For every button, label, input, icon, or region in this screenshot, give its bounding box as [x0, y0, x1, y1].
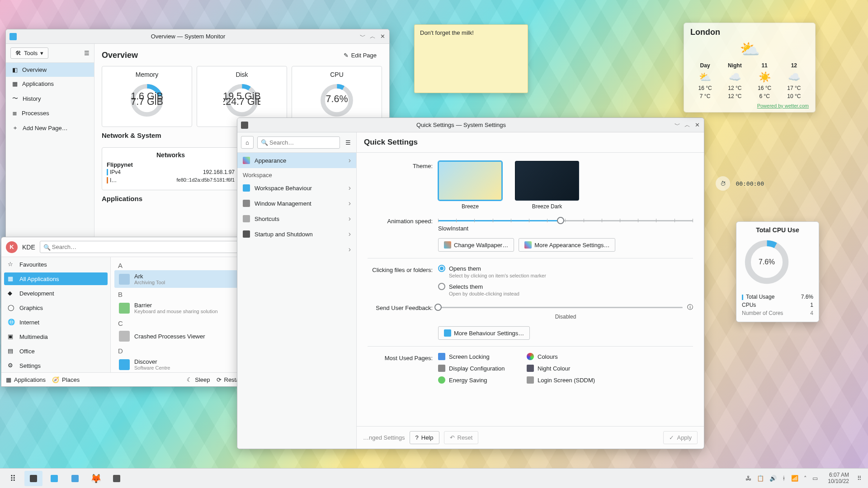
sleep-button[interactable]: ☾Sleep	[187, 376, 210, 383]
svg-text:7.7 GiB: 7.7 GiB	[131, 96, 163, 107]
category-multimedia[interactable]: ▣Multimedia	[1, 329, 110, 344]
nav-item-shortcuts[interactable]: Shortcuts	[237, 211, 356, 226]
animation-speed-slider[interactable]	[438, 216, 693, 225]
weather-attribution-link[interactable]: Powered by wetter.com	[690, 103, 809, 108]
behaviour-icon	[444, 329, 451, 337]
feedback-slider[interactable]	[438, 303, 683, 312]
category-office[interactable]: ▤Office	[1, 344, 110, 358]
chevron-right-icon	[349, 184, 351, 192]
sidebar-item-add-page[interactable]: ＋Add New Page…	[6, 120, 94, 136]
close-icon[interactable]: ✕	[379, 33, 386, 40]
taskbar-clock[interactable]: 6:07 AM 10/10/22	[828, 472, 849, 485]
change-wallpaper-button[interactable]: Change Wallpaper…	[438, 238, 514, 252]
ark-icon	[119, 274, 130, 285]
overview-icon: ◧	[12, 66, 18, 73]
nav-item-appearance[interactable]: Appearance	[237, 153, 356, 168]
radio-opens-them[interactable]: Opens them	[438, 265, 693, 272]
category-settings[interactable]: ⚙Settings	[1, 358, 110, 372]
energy-icon	[438, 376, 445, 384]
task-discover[interactable]	[45, 471, 63, 486]
weather-widget: London ⛅ Day Night 11 12 ⛅ ☁️ ☀️ ☁️ 16 °…	[684, 23, 816, 113]
chevron-right-icon	[349, 199, 351, 207]
cpu-widget-donut: 7.6%	[742, 237, 792, 287]
settings-search-input[interactable]	[257, 136, 340, 149]
wrench-icon: 🛠	[15, 50, 21, 56]
info-icon[interactable]: ⓘ	[687, 303, 693, 311]
link-night-colour[interactable]: Night Colour	[527, 365, 604, 372]
nav-item-workspace-behaviour[interactable]: Workspace Behaviour	[237, 180, 356, 196]
footer-places-tab[interactable]: 🧭Places	[52, 376, 80, 383]
close-icon[interactable]: ✕	[694, 122, 700, 128]
hamburger-icon[interactable]: ☰	[84, 50, 90, 56]
search-icon: 🔍	[43, 244, 51, 250]
link-energy-saving[interactable]: Energy Saving	[438, 376, 515, 384]
category-all-applications[interactable]: ▦All Applications	[4, 272, 108, 285]
nav-item-startup-shutdown[interactable]: Startup and Shutdown	[237, 226, 356, 242]
start-button[interactable]: ⠿	[4, 471, 22, 486]
link-screen-locking[interactable]: Screen Locking	[438, 353, 515, 360]
image-icon	[113, 475, 120, 482]
tray-network-icon[interactable]: 🖧	[745, 475, 751, 482]
tray-volume-icon[interactable]: 🔊	[769, 475, 777, 482]
radio-selects-them[interactable]: Selects them	[438, 283, 693, 290]
task-dolphin[interactable]	[66, 471, 84, 486]
apps-icon: ▦	[6, 376, 11, 383]
window-title: Overview — System Monitor	[20, 33, 356, 40]
tray-wifi-icon[interactable]: 📶	[791, 475, 798, 482]
sticky-note[interactable]: Don't forget the milk!	[414, 24, 528, 93]
tools-menu-button[interactable]: 🛠 Tools ▾	[10, 47, 48, 59]
reset-button[interactable]: ↶Reset	[444, 431, 479, 444]
memory-card: Memory 1.6 GiB 7.7 GiB	[102, 66, 192, 127]
system-monitor-titlebar[interactable]: Overview — System Monitor ﹀ ︿ ✕	[6, 29, 389, 44]
task-image-viewer[interactable]	[108, 471, 126, 486]
tray-expand-icon[interactable]: ˄	[804, 475, 807, 482]
footer-applications-tab[interactable]: ▦Applications	[6, 376, 46, 383]
memory-donut-chart: 1.6 GiB 7.7 GiB	[128, 82, 165, 119]
home-button[interactable]: ⌂	[241, 136, 254, 149]
timer-widget[interactable]: ⏱ 00:00:00	[716, 176, 764, 191]
theme-option-breeze-dark[interactable]: Breeze Dark	[515, 161, 579, 210]
tray-bluetooth-icon[interactable]: ᚼ	[782, 475, 786, 482]
more-appearance-button[interactable]: More Appearance Settings…	[519, 238, 615, 252]
link-colours[interactable]: Colours	[527, 353, 604, 360]
minimize-icon[interactable]: ﹀	[674, 122, 680, 128]
nav-item-window-management[interactable]: Window Management	[237, 196, 356, 211]
edit-page-button[interactable]: ✎ Edit Page	[338, 49, 382, 61]
media-icon: ▣	[8, 333, 15, 340]
sidebar-item-applications[interactable]: ▦Applications	[6, 77, 94, 91]
weather-now-icon: ⛅	[690, 40, 809, 59]
more-behaviour-button[interactable]: More Behaviour Settings…	[438, 326, 530, 340]
launcher-search-input[interactable]	[40, 241, 266, 253]
keyboard-icon	[243, 215, 250, 222]
colours-icon	[527, 353, 534, 360]
category-graphics[interactable]: ◯Graphics	[1, 300, 110, 315]
settings-nav: ⌂ 🔍 ☰ Appearance Workspace Workspace Beh…	[237, 132, 357, 449]
show-desktop-icon[interactable]: ⠿	[854, 475, 864, 482]
lock-icon	[438, 353, 445, 360]
task-firefox[interactable]: 🦊	[87, 471, 105, 486]
task-system-monitor[interactable]	[24, 471, 42, 486]
link-display-config[interactable]: Display Configuration	[438, 365, 515, 372]
theme-option-breeze[interactable]: Breeze	[438, 161, 502, 210]
folder-icon	[71, 475, 79, 482]
system-settings-titlebar[interactable]: Quick Settings — System Settings ﹀ ︿ ✕	[237, 118, 704, 132]
category-favourites[interactable]: ☆Favourites	[1, 257, 110, 272]
tray-battery-icon[interactable]: ▭	[812, 475, 818, 482]
tray-clipboard-icon[interactable]: 📋	[757, 475, 764, 482]
maximize-icon[interactable]: ︿	[684, 122, 690, 128]
user-avatar[interactable]: K	[6, 241, 18, 253]
help-button[interactable]: ?Help	[410, 431, 439, 444]
link-login-screen[interactable]: Login Screen (SDDM)	[527, 376, 604, 384]
system-settings-window: Quick Settings — System Settings ﹀ ︿ ✕ ⌂…	[237, 117, 704, 449]
category-development[interactable]: ◆Development	[1, 286, 110, 300]
category-internet[interactable]: 🌐Internet	[1, 315, 110, 329]
minimize-icon[interactable]: ﹀	[359, 33, 366, 40]
maximize-icon[interactable]: ︿	[369, 33, 376, 40]
hamburger-icon[interactable]: ☰	[344, 139, 353, 146]
sidebar-item-processes[interactable]: ≣Processes	[6, 106, 94, 120]
nav-item-more[interactable]	[237, 242, 356, 257]
chevron-right-icon	[349, 245, 351, 253]
sidebar-item-overview[interactable]: ◧Overview	[6, 63, 94, 77]
apply-button[interactable]: ✓Apply	[663, 431, 698, 444]
sidebar-item-history[interactable]: 〜History	[6, 91, 94, 106]
